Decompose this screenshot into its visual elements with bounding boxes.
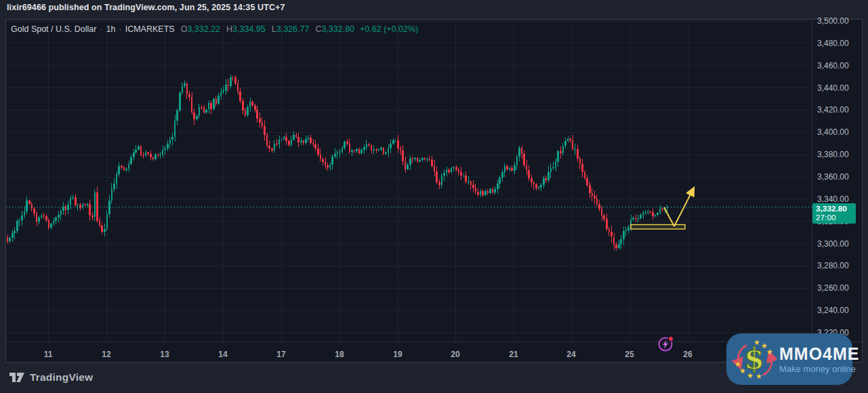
candlestick-plot[interactable] — [6, 20, 812, 342]
price-axis-label: 3,300.00 — [817, 239, 862, 249]
price-axis-separator — [812, 20, 812, 362]
price-axis-label: 3,280.00 — [817, 261, 862, 270]
time-axis-label: 20 — [451, 350, 459, 359]
price-axis-label: 3,360.00 — [817, 172, 862, 182]
price-axis-label: 3,420.00 — [817, 105, 862, 115]
tradingview-snapshot: lixir69466 published on TradingView.com,… — [0, 0, 868, 393]
last-price-badge: 3,332.80 27:00 — [812, 203, 856, 224]
mmo4me-title: MMO4ME — [779, 345, 860, 363]
dollar-sign-icon: $ — [744, 342, 764, 375]
time-axis-label: 21 — [509, 350, 518, 359]
time-axis-label: 26 — [683, 350, 692, 359]
time-axis-label: 14 — [218, 350, 227, 359]
price-axis-label: 3,260.00 — [817, 283, 862, 293]
symbol-legend: Gold Spot / U.S. Dollar·1h·ICMARKETSO3,3… — [11, 24, 418, 34]
low-label: L — [272, 24, 276, 34]
open-value: 3,332.22 — [187, 24, 220, 34]
time-axis-label: 13 — [160, 350, 169, 359]
time-axis-label: 24 — [566, 350, 575, 359]
high-label: H — [226, 24, 232, 34]
svg-text:★: ★ — [766, 348, 773, 356]
price-axis-label: 3,240.00 — [817, 306, 862, 315]
price-axis-label: 3,440.00 — [817, 83, 862, 93]
broker-label: ICMARKETS — [125, 24, 175, 34]
tradingview-watermark[interactable]: TradingView — [8, 370, 93, 384]
low-value: 3,326.77 — [276, 24, 310, 34]
price-axis-label: 3,460.00 — [817, 61, 862, 70]
change-value: +0.62 (+0.02%) — [360, 24, 418, 34]
legend-separator: · — [100, 24, 102, 34]
high-value: 3,334.95 — [232, 24, 266, 34]
time-axis-label: 18 — [335, 350, 344, 359]
dollar-stars-emblem: ★★★ ★★★★ $ — [732, 337, 777, 381]
mmo4me-logo: ★★★ ★★★★ $ MMO4ME Make money online — [726, 333, 852, 385]
time-axis-label: 12 — [102, 350, 110, 359]
interval-label[interactable]: 1h — [106, 24, 116, 34]
price-axis-label: 3,400.00 — [817, 127, 862, 137]
close-value: 3,332.80 — [321, 24, 354, 34]
price-axis-label: 3,480.00 — [817, 39, 862, 48]
time-axis-label: 11 — [44, 350, 53, 359]
lightning-bolt-icon — [663, 340, 668, 350]
time-axis-label: 25 — [625, 350, 634, 359]
attribution-text: lixir69466 published on TradingView.com,… — [7, 3, 285, 12]
time-axis-label: 17 — [276, 350, 285, 359]
time-axis-label: 19 — [393, 350, 402, 359]
last-price-value: 3,332.80 — [816, 205, 852, 213]
bar-countdown: 27:00 — [816, 213, 852, 222]
mmo4me-subtitle: Make money online — [779, 364, 860, 374]
price-axis-label: 3,340.00 — [817, 194, 862, 204]
price-axis-label: 3,380.00 — [817, 150, 862, 159]
notification-dot — [669, 337, 673, 341]
open-label: O — [181, 24, 188, 34]
tradingview-brand-text: TradingView — [30, 371, 93, 384]
symbol-title[interactable]: Gold Spot / U.S. Dollar — [11, 24, 96, 34]
cycle-arrow-right — [764, 356, 772, 375]
flash-reaction-icon[interactable] — [654, 332, 677, 355]
legend-separator: · — [119, 24, 122, 34]
tradingview-logo-icon — [8, 370, 26, 384]
price-axis-label: 3,500.00 — [817, 16, 862, 26]
chart-panel: Gold Spot / U.S. Dollar·1h·ICMARKETSO3,3… — [5, 19, 863, 363]
